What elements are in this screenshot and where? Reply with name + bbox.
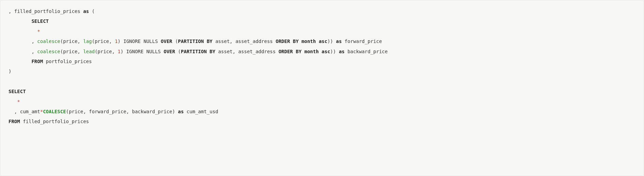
code-token	[9, 59, 31, 64]
code-token: asset, asset_address	[215, 49, 278, 54]
code-token: (	[89, 9, 95, 14]
code-token: cum_amt_usd	[184, 109, 218, 114]
code-token: (price,	[92, 39, 114, 44]
code-token: lead	[83, 49, 95, 54]
code-token: (price,	[95, 49, 118, 54]
code-token: OVER	[164, 49, 175, 54]
code-token: ) IGNORE NULLS	[121, 49, 164, 54]
code-token: PARTITION BY	[181, 49, 215, 54]
code-token	[298, 39, 301, 44]
code-token: *	[37, 29, 40, 34]
code-token: (	[172, 39, 178, 44]
code-token: as	[83, 9, 89, 14]
code-token: ,	[9, 39, 37, 44]
code-token: 1	[118, 49, 120, 54]
code-token: as	[178, 109, 184, 114]
code-token: ,	[9, 49, 37, 54]
code-token: , cum_amt	[9, 109, 40, 114]
code-token: SELECT	[31, 18, 49, 24]
code-token: ))	[330, 49, 339, 54]
code-token: forward_price	[342, 39, 382, 44]
code-token	[302, 49, 304, 54]
code-token: portfolio_prices	[43, 59, 92, 64]
code-token: ) IGNORE NULLS	[118, 39, 160, 44]
code-token: filled_portfolio_prices	[20, 119, 89, 124]
code-token: OVER	[161, 39, 172, 44]
code-token: coalesce	[37, 49, 60, 54]
code-token: as	[336, 39, 342, 44]
code-token: lag	[83, 39, 92, 44]
code-token: (price,	[60, 39, 83, 44]
code-token	[9, 29, 37, 34]
code-token: FROM	[9, 119, 20, 124]
code-token: ORDER BY	[276, 39, 298, 44]
code-token	[9, 18, 31, 24]
code-token: (price, forward_price, backward_price)	[66, 109, 178, 114]
code-token: asset, asset_address	[213, 39, 276, 44]
code-token: (price,	[60, 49, 83, 54]
code-token: backward_price	[344, 49, 387, 54]
sql-code: , filled_portfolio_prices as ( SELECT * …	[9, 9, 388, 124]
code-token: ))	[327, 39, 336, 44]
code-token: FROM	[31, 59, 43, 64]
code-token: coalesce	[37, 39, 60, 44]
code-token: , filled_portfolio_prices	[9, 9, 83, 14]
code-token	[9, 99, 17, 104]
code-token: SELECT	[9, 89, 26, 94]
code-token: COALESCE	[43, 109, 66, 114]
code-token: as	[339, 49, 344, 54]
code-token: )	[9, 69, 11, 74]
sql-code-block: , filled_portfolio_prices as ( SELECT * …	[0, 0, 644, 176]
code-token: (	[175, 49, 181, 54]
code-token: *	[17, 99, 20, 104]
code-token: month asc	[302, 39, 327, 44]
code-token: PARTITION BY	[178, 39, 212, 44]
code-token: *	[40, 109, 43, 114]
code-token: ORDER BY	[278, 49, 301, 54]
code-token: month asc	[304, 49, 330, 54]
